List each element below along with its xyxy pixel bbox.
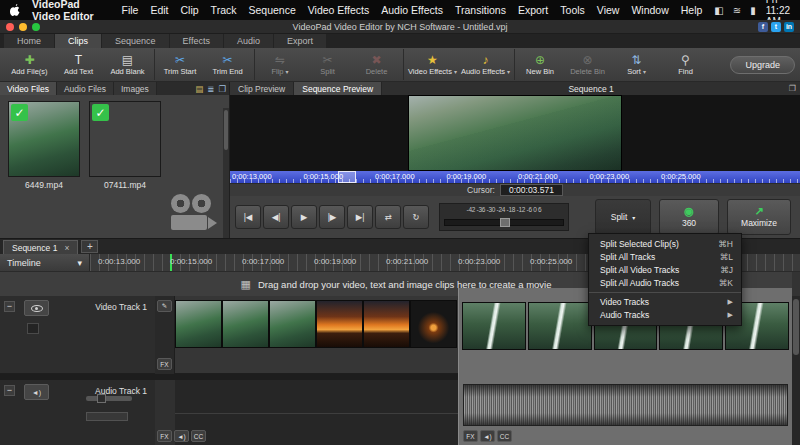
close-window-button[interactable] bbox=[6, 23, 14, 31]
menubar-item[interactable]: Sequence bbox=[248, 4, 295, 16]
audio-waveform[interactable] bbox=[463, 384, 788, 426]
clip-fx-button[interactable]: FX bbox=[463, 430, 478, 442]
menubar-item[interactable]: View bbox=[597, 4, 620, 16]
clip-frame[interactable] bbox=[316, 300, 363, 348]
display-status-icon[interactable]: ◧ bbox=[714, 5, 723, 16]
bins-tab[interactable]: Images bbox=[114, 82, 157, 95]
track-fx-button[interactable]: FX bbox=[157, 358, 172, 370]
close-sequence-icon[interactable]: × bbox=[64, 243, 69, 253]
volume-slider[interactable] bbox=[86, 396, 132, 401]
collapse-track-button[interactable]: − bbox=[4, 385, 15, 396]
menu-item[interactable]: Split All Audio Tracks ⌘K bbox=[589, 276, 741, 289]
clip-frame[interactable] bbox=[222, 300, 269, 348]
bins-scrollbar[interactable] bbox=[223, 108, 229, 238]
edit-track-button[interactable]: ✎ bbox=[157, 300, 172, 312]
new-bin-button[interactable]: ⊕ New Bin bbox=[514, 49, 563, 80]
menu-item[interactable]: Video Tracks ▶ bbox=[589, 292, 741, 309]
ribbon-tab[interactable]: Home bbox=[4, 34, 54, 48]
menu-item[interactable]: Split All Video Tracks ⌘J bbox=[589, 263, 741, 276]
menubar-item[interactable]: Video Effects bbox=[308, 4, 370, 16]
sort-button[interactable]: ⇅ Sort ▾ bbox=[612, 49, 661, 80]
track-mute-button[interactable]: ◄) bbox=[24, 384, 49, 400]
lock-icon[interactable] bbox=[27, 323, 39, 334]
float-panel-icon[interactable]: ❐ bbox=[789, 84, 796, 93]
tracks-scrollbar[interactable] bbox=[792, 296, 800, 445]
ribbon-tab[interactable]: Clips bbox=[55, 34, 101, 48]
video-effects-button[interactable]: ★ Video Effects ▾ bbox=[403, 49, 459, 80]
clip-frame[interactable] bbox=[363, 300, 410, 348]
add-files-button[interactable]: ✚ Add File(s) bbox=[5, 49, 54, 80]
preview-tab[interactable]: Sequence Preview bbox=[294, 82, 382, 95]
delete-button[interactable]: ✖ Delete bbox=[352, 49, 401, 80]
split-toolbar-button[interactable]: ✂ Split bbox=[303, 49, 352, 80]
menubar-item[interactable]: Track bbox=[211, 4, 237, 16]
linkedin-icon[interactable]: in bbox=[784, 22, 794, 32]
bins-tab[interactable]: Video Files bbox=[0, 82, 57, 95]
preview-tab[interactable]: Clip Preview bbox=[230, 82, 294, 95]
menubar-app-name[interactable]: VideoPad Video Editor bbox=[32, 0, 110, 22]
menubar-item[interactable]: File bbox=[122, 4, 139, 16]
folder-icon[interactable]: ▤ bbox=[195, 84, 203, 94]
split-dropdown-arrow-icon[interactable]: ▾ bbox=[632, 214, 635, 221]
minimize-window-button[interactable] bbox=[19, 23, 27, 31]
menu-item[interactable]: Split Selected Clip(s) ⌘H bbox=[589, 237, 741, 250]
preview-position-marker[interactable] bbox=[338, 171, 356, 183]
video-preview-frame[interactable] bbox=[408, 95, 622, 171]
loop-button[interactable]: ⇄ bbox=[375, 205, 401, 229]
list-view-icon[interactable]: ≣ bbox=[207, 84, 214, 94]
clip-frame[interactable] bbox=[175, 300, 222, 348]
menubar-item[interactable]: Edit bbox=[150, 4, 168, 16]
preview-timeline-ruler[interactable]: 0:00:13.0000:00:15.0000:00:17.0000:00:19… bbox=[230, 171, 800, 183]
sequence-tab[interactable]: Sequence 1 × bbox=[3, 240, 78, 254]
ribbon-tab[interactable]: Export bbox=[274, 34, 326, 48]
next-frame-button[interactable]: |▶ bbox=[319, 205, 345, 229]
menubar-item[interactable]: Export bbox=[518, 4, 548, 16]
menubar-item[interactable]: Audio Effects bbox=[381, 4, 443, 16]
go-to-end-button[interactable]: ▶| bbox=[347, 205, 373, 229]
ribbon-tab[interactable]: Audio bbox=[224, 34, 273, 48]
menu-item[interactable]: Split All Tracks ⌘L bbox=[589, 250, 741, 263]
clip-frame[interactable] bbox=[462, 302, 526, 350]
6449.mp4[interactable]: ✓ 6449.mp4 bbox=[8, 101, 80, 190]
audio-effects-button[interactable]: ♪ Audio Effects ▾ bbox=[459, 49, 512, 80]
menubar-item[interactable]: Clip bbox=[181, 4, 199, 16]
cursor-time-value[interactable]: 0:00:03.571 bbox=[500, 184, 563, 196]
07411.mp4[interactable]: ✓ 07411.mp4 bbox=[89, 101, 161, 190]
wifi-status-icon[interactable]: ≋ bbox=[733, 5, 741, 16]
clip-frame[interactable] bbox=[528, 302, 592, 350]
clip-frame[interactable] bbox=[269, 300, 316, 348]
flip-button[interactable]: ⇋ Flip ▾ bbox=[254, 49, 303, 80]
facebook-icon[interactable]: f bbox=[758, 22, 768, 32]
ribbon-tab[interactable]: Sequence bbox=[102, 34, 169, 48]
timeline-view-dropdown[interactable]: Timeline ▾ bbox=[0, 254, 90, 271]
menubar-item[interactable]: Help bbox=[681, 4, 703, 16]
twitter-icon[interactable]: t bbox=[771, 22, 781, 32]
previous-frame-button[interactable]: ◀| bbox=[263, 205, 289, 229]
battery-status-icon[interactable]: ▮ bbox=[750, 5, 756, 16]
add-text-button[interactable]: T Add Text bbox=[54, 49, 103, 80]
pan-control[interactable] bbox=[86, 412, 128, 421]
zoom-window-button[interactable] bbox=[32, 23, 40, 31]
video-360-button[interactable]: ◉ 360 bbox=[659, 199, 719, 235]
add-blank-button[interactable]: ▤ Add Blank bbox=[103, 49, 152, 80]
shuttle-button[interactable]: ↻ bbox=[403, 205, 429, 229]
find-button[interactable]: ⚲ Find bbox=[661, 49, 710, 80]
clip-cc-button[interactable]: CC bbox=[191, 430, 206, 442]
ribbon-tab[interactable]: Effects bbox=[170, 34, 223, 48]
delete-bin-button[interactable]: ⊗ Delete Bin bbox=[563, 49, 612, 80]
add-sequence-button[interactable]: + bbox=[81, 240, 98, 253]
play-button[interactable]: ▶ bbox=[291, 205, 317, 229]
go-to-start-button[interactable]: |◀ bbox=[235, 205, 261, 229]
menubar-item[interactable]: Transitions bbox=[455, 4, 506, 16]
bins-tab[interactable]: Audio Files bbox=[57, 82, 114, 95]
trim-end-button[interactable]: ✂ Trim End bbox=[203, 49, 252, 80]
scrubber-thumb[interactable] bbox=[500, 218, 510, 227]
maximize-button[interactable]: ↗ Maximize bbox=[727, 199, 791, 235]
track-visibility-button[interactable] bbox=[24, 300, 49, 316]
clip-cc-button[interactable]: CC bbox=[497, 430, 512, 442]
upgrade-button[interactable]: Upgrade bbox=[730, 56, 795, 74]
menubar-item[interactable]: Window bbox=[631, 4, 668, 16]
clip-fx-button[interactable]: FX bbox=[157, 430, 172, 442]
collapse-track-button[interactable]: − bbox=[4, 301, 15, 312]
clip-speaker-button[interactable]: ◄) bbox=[480, 430, 495, 442]
